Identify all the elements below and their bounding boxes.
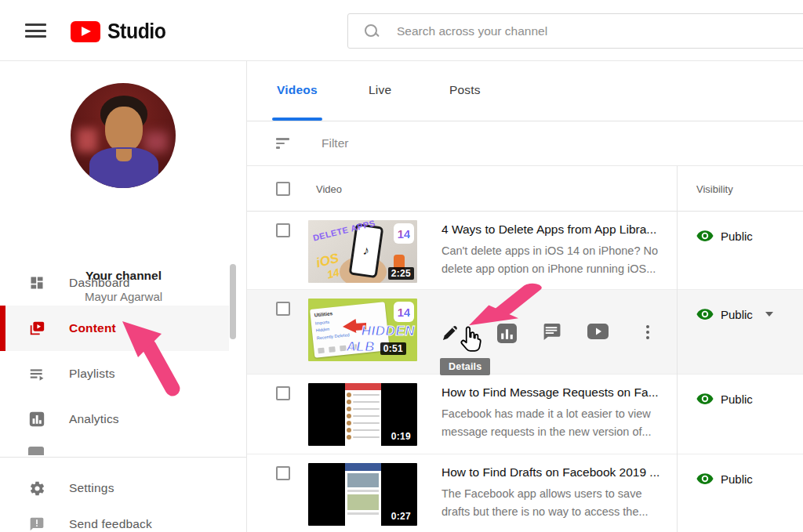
public-eye-icon	[696, 390, 714, 407]
duration-badge: 0:19	[388, 430, 414, 443]
feedback-icon	[28, 516, 45, 532]
video-description: Facebook has made it a lot easier to vie…	[441, 407, 673, 420]
sidebar-item-dashboard[interactable]: Dashboard	[0, 260, 229, 306]
youtube-icon	[587, 324, 609, 342]
video-row-4: 0:27 How to Find Drafts on Facebook 2019…	[247, 454, 803, 532]
visibility-cell[interactable]: Public	[696, 306, 773, 323]
thumb-text: ALB	[347, 339, 375, 355]
comments-button[interactable]	[541, 323, 561, 343]
visibility-value: Public	[721, 308, 753, 321]
row-checkbox[interactable]	[276, 386, 290, 400]
gear-icon	[28, 480, 45, 497]
visibility-cell[interactable]: Public	[696, 470, 753, 487]
video-row-1: ♪ DELETE APPS iOS 14 14 2:25 4 Ways to D…	[247, 212, 803, 290]
visibility-value: Public	[721, 472, 753, 486]
video-title[interactable]: How to Find Message Requests on Fa...	[441, 385, 669, 400]
video-thumbnail[interactable]: ♪ DELETE APPS iOS 14 14 2:25	[308, 220, 417, 283]
playlists-icon	[28, 365, 45, 382]
active-tab-indicator	[272, 118, 322, 121]
public-eye-icon	[696, 227, 714, 244]
content-icon	[28, 320, 45, 337]
public-eye-icon	[696, 470, 714, 487]
tabs-bar: Videos Live Posts	[247, 61, 803, 121]
comments-icon	[541, 322, 561, 345]
video-thumbnail[interactable]: Utilities Imports Hidden Recently Delete…	[308, 299, 417, 361]
youtube-studio-window: Studio Your channel Mayur Agarwal Dashbo…	[0, 0, 803, 532]
sidebar-item-send-feedback[interactable]: Send feedback	[0, 505, 229, 532]
sidebar-divider	[0, 457, 247, 458]
tab-videos[interactable]: Videos	[277, 83, 318, 97]
visibility-value: Public	[721, 393, 753, 406]
hamburger-menu-icon[interactable]	[25, 24, 46, 38]
sidebar-item-label: Send feedback	[69, 517, 152, 531]
select-all-checkbox[interactable]	[276, 182, 290, 196]
video-title[interactable]: How to Find Drafts on Facebook 2019 ...	[441, 465, 669, 480]
top-bar: Studio	[0, 0, 803, 61]
sidebar-item-content[interactable]: Content	[0, 306, 229, 351]
search-icon	[364, 24, 380, 39]
filter-bar[interactable]: Filter	[247, 121, 803, 166]
tab-live[interactable]: Live	[369, 83, 391, 97]
video-thumbnail[interactable]: 0:27	[308, 463, 417, 526]
brand-title: Studio	[107, 20, 166, 44]
analytics-button[interactable]	[496, 323, 517, 343]
channel-avatar[interactable]	[71, 83, 176, 188]
partial-menu-item-icon	[28, 447, 44, 455]
public-eye-icon	[696, 306, 714, 323]
more-options-button[interactable]	[638, 323, 658, 343]
video-description: delete app option on iPhone running iOS.…	[441, 262, 673, 275]
column-header-video: Video	[316, 183, 342, 195]
sidebar-item-playlists[interactable]: Playlists	[0, 351, 229, 396]
column-divider	[677, 166, 678, 532]
sidebar-item-analytics[interactable]: Analytics	[0, 396, 229, 442]
search-input[interactable]	[397, 24, 803, 38]
duration-badge: 0:27	[388, 510, 414, 523]
edit-details-button[interactable]	[440, 323, 460, 343]
youtube-studio-logo[interactable]: Studio	[71, 20, 171, 44]
video-description: message requests in the new version of..…	[441, 425, 673, 438]
duration-badge: 2:25	[388, 267, 414, 280]
video-title[interactable]: 4 Ways to Delete Apps from App Libra...	[441, 223, 669, 237]
row-checkbox[interactable]	[276, 302, 290, 316]
column-header-visibility: Visibility	[696, 183, 733, 195]
visibility-value: Public	[721, 230, 753, 243]
ios14-badge: 14	[394, 302, 414, 322]
sidebar: Your channel Mayur Agarwal Dashboard Con…	[0, 61, 247, 532]
visibility-dropdown-caret[interactable]	[765, 312, 773, 317]
thumb-text: HIDDEN	[362, 324, 415, 339]
row-checkbox[interactable]	[276, 466, 290, 480]
thumb-text: 14	[325, 266, 340, 280]
analytics-icon	[28, 411, 45, 428]
pencil-icon	[441, 324, 460, 342]
youtube-play-icon	[71, 21, 100, 42]
sidebar-item-label: Playlists	[69, 367, 115, 381]
main-content: Videos Live Posts Filter Video Visibilit…	[247, 61, 803, 532]
video-row-3: 0:19 How to Find Message Requests on Fa.…	[247, 375, 803, 454]
duration-badge: 0:51	[380, 342, 406, 355]
sidebar-item-label: Settings	[69, 481, 114, 495]
watch-on-youtube-button[interactable]	[587, 323, 608, 343]
row-checkbox[interactable]	[276, 223, 290, 237]
video-row-2: Utilities Imports Hidden Recently Delete…	[247, 290, 803, 375]
video-description: Can't delete apps in iOS 14 on iPhone? N…	[441, 244, 673, 257]
video-description: drafts but there is no way to access the…	[441, 505, 673, 518]
video-thumbnail[interactable]: 0:19	[308, 383, 417, 446]
visibility-cell[interactable]: Public	[696, 390, 753, 407]
sidebar-item-label: Content	[69, 321, 116, 335]
bar-chart-icon	[497, 324, 517, 343]
filter-icon	[276, 138, 289, 149]
sidebar-item-label: Dashboard	[69, 276, 130, 290]
sidebar-item-label: Analytics	[69, 412, 119, 426]
video-description: The Facebook app allows users to save	[441, 487, 673, 500]
ios14-badge: 14	[394, 223, 414, 244]
visibility-cell[interactable]: Public	[696, 227, 753, 244]
sidebar-scrollbar[interactable]	[230, 264, 236, 339]
details-tooltip: Details	[440, 358, 490, 375]
dashboard-icon	[28, 274, 45, 291]
filter-label: Filter	[322, 136, 348, 150]
table-header: Video Visibility	[247, 166, 803, 212]
search-box	[347, 13, 803, 49]
tab-posts[interactable]: Posts	[449, 83, 481, 97]
